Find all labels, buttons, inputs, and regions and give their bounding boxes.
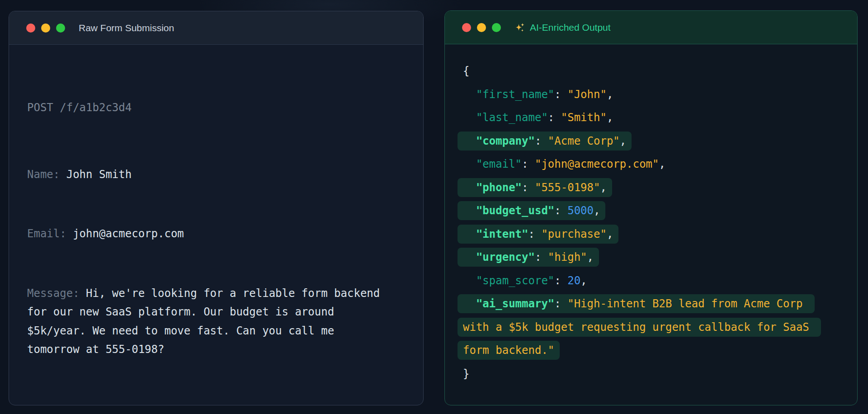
json-token: , [600,181,606,194]
json-token: "email" [476,158,522,170]
json-token: , [607,228,613,240]
request-line: POST /f/a1b2c3d4 [27,99,387,118]
json-line: form backend." [463,339,839,362]
json-token: "high" [548,251,587,263]
json-line: } [463,362,839,386]
json-token: "High-intent B2B lead from Acme Corp [567,297,809,310]
ai-enriched-highlight: with a $5k budget requesting urgent call… [458,318,821,337]
json-token [463,297,476,310]
json-token: : [554,204,567,217]
raw-form-titlebar: Raw Form Submission [9,11,423,45]
json-token: form backend." [463,344,554,357]
json-token: 20 [567,274,580,287]
json-token: with a $5k budget requesting urgent call… [463,321,816,334]
json-token: "last_name" [476,111,548,124]
name-value: John Smith [66,168,132,181]
ai-enriched-highlight: form backend." [458,341,560,360]
json-token: "intent" [476,228,528,240]
json-token [463,251,476,263]
json-token: } [463,367,469,380]
json-line: "urgency": "high", [463,246,839,269]
json-token [463,135,476,147]
json-token: "John" [567,88,607,101]
json-token: "budget_usd" [476,204,554,217]
name-field: Name: John Smith [27,165,387,184]
window-controls [26,24,65,33]
email-label: Email: [27,227,73,240]
json-token: "urgency" [476,251,535,263]
json-token: "john@acmecorp.com" [535,158,659,170]
window-title-text: AI-Enriched Output [530,22,611,33]
minimize-button-icon[interactable] [477,23,486,32]
json-token: , [594,204,600,217]
json-token: , [659,158,665,170]
json-token: : [554,88,567,101]
json-token: "first_name" [476,88,554,101]
maximize-button-icon[interactable] [492,23,501,32]
json-token: : [535,251,548,263]
json-line: with a $5k budget requesting urgent call… [463,316,839,339]
json-token: "purchase" [541,228,607,240]
json-token: , [587,251,594,263]
ai-output-window: AI-Enriched Output { "first_name": "John… [444,10,858,405]
json-token [463,88,476,101]
json-line: "email": "john@acmecorp.com", [463,153,839,176]
json-token: , [607,111,613,124]
close-button-icon[interactable] [462,23,471,32]
json-token: : [535,135,548,147]
json-token: : [554,297,567,310]
sparkles-icon [514,22,525,33]
maximize-button-icon[interactable] [56,24,65,33]
json-token: , [620,135,626,147]
message-field: Message: Hi, we're looking for a reliabl… [27,284,387,359]
ai-output-titlebar: AI-Enriched Output [445,11,857,44]
json-line: "intent": "purchase", [463,223,839,246]
ai-enriched-highlight: "budget_usd": 5000, [458,201,605,220]
json-token [463,274,476,287]
json-token: : [554,274,567,287]
json-token [463,228,476,240]
json-line: { [463,60,839,83]
json-token [463,204,476,217]
ai-enriched-highlight: "ai_summary": "High-intent B2B lead from… [458,294,815,313]
json-line: "phone": "555-0198", [463,176,839,200]
window-title: Raw Form Submission [79,23,174,33]
raw-form-window: Raw Form Submission POST /f/a1b2c3d4 Nam… [9,11,424,405]
json-token: "Smith" [561,111,607,124]
ai-enriched-highlight: "company": "Acme Corp", [458,132,632,151]
message-label: Message: [27,287,86,300]
json-line: "first_name": "John", [463,83,839,107]
email-value: john@acmecorp.com [73,227,184,240]
json-token: : [522,181,535,194]
json-token: , [580,274,587,287]
json-token: : [548,111,561,124]
name-label: Name: [27,168,66,181]
json-token [463,111,476,124]
json-code: { "first_name": "John", "last_name": "Sm… [445,44,857,401]
json-token: "spam_score" [476,274,554,287]
raw-form-content: POST /f/a1b2c3d4 Name: John Smith Email:… [9,45,405,405]
json-token: 5000 [567,204,594,217]
json-token: : [522,158,535,170]
window-controls [462,23,501,32]
json-line: "last_name": "Smith", [463,106,839,130]
close-button-icon[interactable] [26,24,35,33]
ai-enriched-highlight: "urgency": "high", [458,248,599,267]
ai-enriched-highlight: "phone": "555-0198", [458,178,612,197]
json-token: "company" [476,135,535,147]
json-token: { [463,65,469,77]
json-line: "ai_summary": "High-intent B2B lead from… [463,292,839,316]
json-line: "spam_score": 20, [463,269,839,293]
json-token: , [607,88,613,101]
json-line: "company": "Acme Corp", [463,130,839,153]
json-line: "budget_usd": 5000, [463,199,839,223]
json-token: "Acme Corp" [548,135,620,147]
json-token [463,181,476,194]
json-token: : [528,228,542,240]
json-token: "phone" [476,181,522,194]
json-token: "ai_summary" [476,297,554,310]
email-field: Email: john@acmecorp.com [27,225,387,244]
json-token [463,158,476,170]
minimize-button-icon[interactable] [41,24,50,33]
window-title: AI-Enriched Output [514,22,611,33]
